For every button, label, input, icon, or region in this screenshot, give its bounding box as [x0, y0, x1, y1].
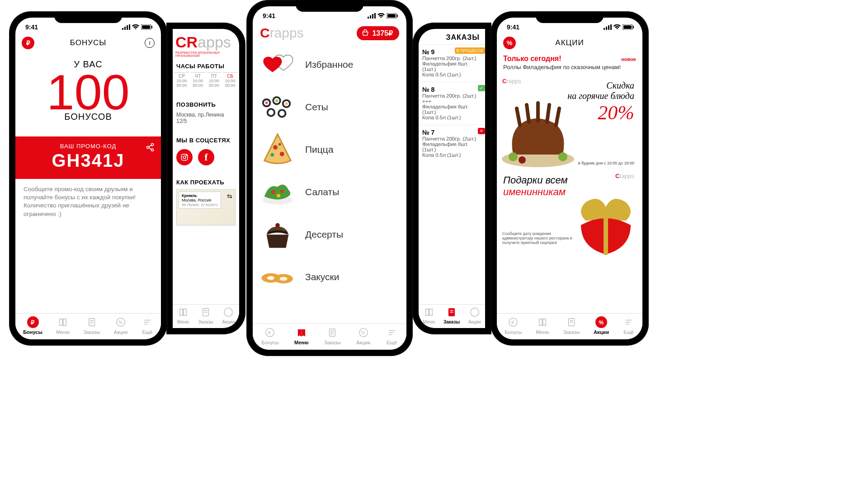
menu-icon	[177, 306, 189, 318]
tab-orders[interactable]: Заказы	[443, 306, 460, 324]
tab-orders[interactable]: Заказы	[83, 316, 100, 335]
tab-bar: ₽Бонусы Меню Заказы %Акции Ещё	[497, 313, 642, 339]
battery-icon	[623, 24, 634, 30]
tab-bonus[interactable]: ₽ Бонусы	[23, 316, 42, 335]
logo-grey: apps	[198, 33, 231, 51]
promo-card-discount[interactable]: Crapps Скидка на горячие блюда 20% в буд…	[502, 78, 637, 168]
svg-point-59	[267, 276, 275, 280]
tab-label: Ещё	[623, 329, 634, 335]
tab-promo[interactable]: Акции	[468, 306, 481, 324]
svg-rect-31	[372, 14, 373, 19]
phone-menu: 9:41 Crapps 1375₽ Избранное	[246, 0, 413, 356]
order-line: Филадельфия 8шт. (1шт.)	[422, 104, 481, 115]
tab-menu[interactable]: Меню	[177, 306, 189, 324]
share-icon[interactable]	[146, 143, 155, 154]
menu-icon	[537, 316, 548, 328]
section-map: КАК ПРОЕХАТЬ	[173, 177, 239, 188]
tab-more[interactable]: Ещё	[386, 327, 398, 345]
page-title: ЗАКАЗЫ	[419, 29, 485, 44]
order-row[interactable]: ✓ № 8 Панчетта 200гр. (2шт.) +++ Филадел…	[419, 82, 485, 125]
page-title: АКЦИИ	[497, 38, 642, 47]
svg-text:₽: ₽	[512, 320, 515, 325]
tab-menu[interactable]: Меню	[294, 327, 308, 345]
section-call[interactable]: ПОЗВОНИТЬ	[173, 99, 239, 110]
menu-list: Избранное Сеты Пицца Салаты	[253, 42, 406, 299]
notch	[296, 0, 363, 12]
battery-icon	[387, 13, 398, 19]
bonus-label-bottom: БОНУСОВ	[20, 112, 156, 122]
route-icon[interactable]: ⇆	[227, 192, 232, 200]
wifi-icon	[377, 13, 385, 19]
order-row[interactable]: ✕ № 7 Панчетта 200гр. (2шт.) Филадельфия…	[419, 125, 485, 162]
tab-promo[interactable]: Акции	[222, 306, 235, 324]
svg-point-50	[280, 152, 284, 156]
tab-bar: Меню Заказы Акции	[173, 304, 239, 328]
svg-point-92	[519, 156, 526, 164]
svg-rect-77	[604, 28, 605, 30]
facebook-icon[interactable]: f	[198, 149, 214, 165]
tab-menu[interactable]: Меню	[56, 316, 70, 335]
order-line: Кола 0.5л (1шт.)	[422, 152, 481, 158]
menu-item-favorites[interactable]: Избранное	[260, 44, 399, 85]
order-row[interactable]: В ПРОЦЕССЕ № 9 Панчетта 200гр. (2шт.) Фи…	[419, 44, 485, 82]
menu-icon	[57, 316, 69, 328]
wifi-icon	[132, 24, 139, 30]
menu-item-pizza[interactable]: Пицца	[260, 129, 399, 170]
tab-orders[interactable]: Заказы	[198, 306, 213, 324]
tab-promo[interactable]: % Акции	[114, 316, 128, 335]
cart-button[interactable]: 1375₽	[357, 26, 399, 40]
svg-text:%: %	[118, 320, 122, 325]
brand-mini: Crapps	[615, 173, 634, 179]
tab-orders[interactable]: Заказы	[563, 316, 580, 335]
menu-item-desserts[interactable]: Десерты	[260, 214, 399, 255]
tab-label: Акции	[356, 340, 370, 345]
svg-point-91	[558, 152, 567, 161]
svg-rect-79	[608, 25, 609, 30]
order-line: Панчетта 200гр. (2шт.) +++	[422, 93, 481, 104]
tab-orders[interactable]: Заказы	[324, 327, 341, 345]
tab-more[interactable]: Ещё	[142, 316, 153, 335]
tab-menu[interactable]: Меню	[536, 316, 549, 335]
instagram-icon[interactable]	[176, 149, 193, 165]
promo-banner[interactable]: Только сегодня! новое Роллы Филадельфия …	[497, 52, 642, 73]
order-line: Кола 0.5л (1шт.)	[422, 72, 481, 77]
menu-item-sets[interactable]: Сеты	[260, 87, 399, 127]
tab-label: Заказы	[324, 340, 341, 345]
svg-point-56	[277, 194, 280, 197]
tab-promo[interactable]: %Акции	[594, 316, 609, 335]
phone-bonuses: 9:41 ₽ БОНУСЫ i У ВАС 100 БОНУСОВ ВАШ ПР…	[9, 11, 167, 346]
svg-point-44	[285, 102, 288, 105]
heart-icon	[260, 47, 295, 82]
logo-subtitle: РАЗРАБОТКА МОБИЛЬНЫХ ПРИЛОЖЕНИЙ	[175, 51, 236, 57]
svg-point-55	[280, 189, 284, 193]
svg-rect-6	[151, 26, 152, 28]
tab-bonus[interactable]: ₽Бонусы	[261, 327, 278, 345]
card-percent: 20%	[567, 101, 634, 124]
tab-bar: ₽Бонусы Меню Заказы %Акции Ещё	[253, 324, 406, 350]
menu-item-salads[interactable]: Салаты	[260, 172, 399, 212]
svg-line-89	[556, 108, 559, 125]
promo-card-birthday[interactable]: Crapps Подарки всем именинникам Сообщите…	[502, 173, 637, 254]
order-line: Филадельфия 8шт. (1шт.)	[422, 61, 481, 72]
menu-item-snacks[interactable]: Закуски	[260, 257, 399, 297]
card-line1: Скидка	[567, 80, 634, 91]
svg-rect-80	[610, 24, 612, 30]
map-widget[interactable]: Кремль Москва, Россия 55.752492, 37.6109…	[176, 189, 236, 225]
banner-desc: Роллы Филадельфия по сказочным ценам!	[503, 64, 636, 70]
tab-label: Заказы	[563, 329, 580, 335]
tab-bonus[interactable]: ₽Бонусы	[505, 316, 522, 335]
phone-info: CRapps РАЗРАБОТКА МОБИЛЬНЫХ ПРИЛОЖЕНИЙ Ч…	[166, 23, 245, 334]
orders-icon	[326, 327, 338, 338]
tab-menu[interactable]: Меню	[423, 306, 435, 324]
more-icon	[623, 316, 635, 328]
svg-text:₽: ₽	[269, 330, 272, 335]
tab-promo[interactable]: %Акции	[356, 327, 370, 345]
card-line2: именинникам	[503, 186, 566, 197]
gift-image	[572, 189, 640, 257]
menu-label: Закуски	[305, 272, 339, 282]
svg-line-11	[149, 148, 151, 149]
notch	[54, 11, 122, 23]
salad-icon	[260, 174, 295, 210]
tab-more[interactable]: Ещё	[623, 316, 635, 335]
map-subtitle: Москва, Россия	[182, 198, 211, 202]
